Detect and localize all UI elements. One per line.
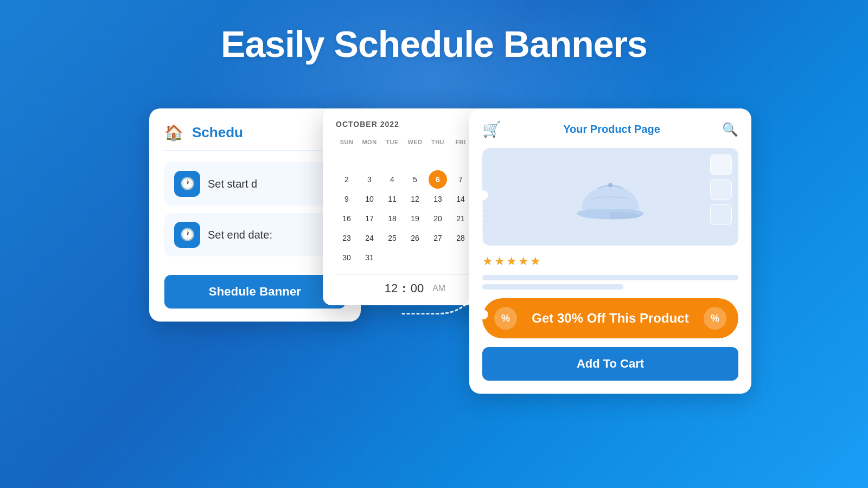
cal-day-30[interactable]: 30 bbox=[337, 248, 356, 267]
start-date-label: Set start d bbox=[208, 178, 257, 190]
schedule-title: Schedu bbox=[192, 124, 243, 141]
thumbnail-3[interactable] bbox=[710, 204, 732, 225]
end-date-label: Set end date: bbox=[208, 229, 272, 241]
day-header-sun: SUN bbox=[336, 137, 358, 150]
connector bbox=[401, 195, 483, 314]
cal-day-6[interactable]: 6 bbox=[429, 170, 447, 189]
home-icon: 🏠 bbox=[164, 124, 183, 142]
product-line-1 bbox=[482, 275, 738, 280]
day-header-tue: TUE bbox=[381, 137, 403, 150]
cal-day-empty bbox=[429, 151, 447, 169]
cal-day-2[interactable]: 2 bbox=[337, 170, 356, 189]
schedule-card: 🏠 Schedu 🕐 Set start d 🕐 Set end date: ∨… bbox=[149, 108, 361, 322]
hat-image bbox=[567, 170, 654, 224]
cal-day-3[interactable]: 3 bbox=[360, 170, 379, 189]
time-hour: 12 bbox=[385, 281, 398, 296]
end-date-row[interactable]: 🕐 Set end date: ∨ bbox=[164, 213, 346, 256]
cal-day-empty bbox=[383, 151, 401, 169]
day-header-wed: WED bbox=[404, 137, 426, 150]
discount-banner: % Get 30% Off This Product % bbox=[482, 298, 738, 338]
cal-day-4[interactable]: 4 bbox=[383, 170, 401, 189]
connector-dot-bottom bbox=[478, 310, 488, 319]
product-card: 🛒 Your Product Page 🔍 bbox=[469, 108, 751, 394]
day-header-mon: MON bbox=[359, 137, 380, 150]
start-date-row[interactable]: 🕐 Set start d bbox=[164, 162, 346, 206]
cal-day-empty bbox=[360, 151, 379, 169]
cal-day-11[interactable]: 11 bbox=[383, 190, 401, 208]
cal-day-9[interactable]: 9 bbox=[337, 190, 356, 208]
product-image-area bbox=[482, 148, 738, 246]
percent-icon-left: % bbox=[494, 307, 517, 330]
image-sidebar bbox=[710, 155, 732, 225]
day-header-thu: THU bbox=[427, 137, 449, 150]
connector-line bbox=[401, 195, 483, 314]
product-header: 🛒 Your Product Page 🔍 bbox=[482, 120, 738, 138]
cal-day-5[interactable]: 5 bbox=[406, 170, 424, 189]
svg-point-1 bbox=[608, 183, 612, 188]
stars-rating: ★★★★★ bbox=[482, 254, 738, 268]
cal-day-16[interactable]: 16 bbox=[337, 209, 356, 228]
cal-day-empty bbox=[337, 151, 356, 169]
cal-day-25[interactable]: 25 bbox=[383, 229, 401, 247]
cal-day-18[interactable]: 18 bbox=[383, 209, 401, 228]
thumbnail-2[interactable] bbox=[710, 179, 732, 200]
content-area: 🏠 Schedu 🕐 Set start d 🕐 Set end date: ∨… bbox=[0, 87, 868, 394]
schedule-card-header: 🏠 Schedu bbox=[164, 124, 346, 151]
cal-day-7[interactable]: 7 bbox=[451, 170, 470, 189]
page-title: Easily Schedule Banners bbox=[221, 23, 647, 65]
product-page-title: Your Product Page bbox=[563, 123, 660, 136]
add-to-cart-button[interactable]: Add To Cart bbox=[482, 347, 738, 381]
cal-day-24[interactable]: 24 bbox=[360, 229, 379, 247]
cal-day-empty bbox=[451, 151, 470, 169]
percent-icon-right: % bbox=[704, 307, 726, 330]
search-icon[interactable]: 🔍 bbox=[722, 122, 738, 137]
cal-day-23[interactable]: 23 bbox=[337, 229, 356, 247]
product-line-2 bbox=[482, 284, 623, 290]
cal-day-empty bbox=[406, 151, 424, 169]
cart-icon: 🛒 bbox=[482, 120, 501, 138]
cal-day-17[interactable]: 17 bbox=[360, 209, 379, 228]
thumbnail-1[interactable] bbox=[710, 155, 732, 175]
day-header-fri: FRI bbox=[450, 137, 471, 150]
end-clock-icon: 🕐 bbox=[174, 222, 200, 248]
schedule-banner-button[interactable]: Shedule Banner bbox=[164, 275, 346, 309]
calendar-month: OCTOBER 2022 bbox=[336, 120, 399, 129]
cal-day-31[interactable]: 31 bbox=[360, 248, 379, 267]
discount-banner-text: Get 30% Off This Product bbox=[517, 311, 704, 326]
start-clock-icon: 🕐 bbox=[174, 171, 200, 197]
product-description-lines bbox=[482, 275, 738, 290]
cal-day-10[interactable]: 10 bbox=[360, 190, 379, 208]
